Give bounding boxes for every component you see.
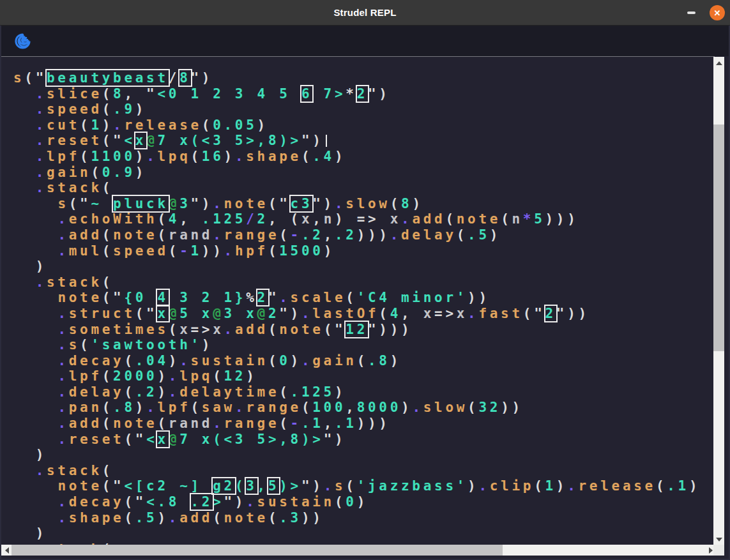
- code-token: note: [224, 510, 268, 526]
- code-token: 1100: [91, 149, 135, 164]
- code-token: 3 x: [224, 306, 257, 321]
- scroll-left-button[interactable]: [2, 545, 11, 556]
- code-line: note("{0 4 3 2 1}%2".scale('C4 minor')): [13, 290, 715, 306]
- code-token: note: [279, 322, 323, 337]
- code-line: note("<[c2 ~] g2(3,5)>").s('jazzbass').c…: [13, 478, 715, 494]
- code-token: .: [113, 117, 124, 133]
- code-token: (": [324, 322, 346, 337]
- code-token: 7>: [312, 86, 346, 102]
- code-token: (": [102, 133, 125, 148]
- code-token: .5: [135, 510, 158, 526]
- active-token-highlight: pluck: [113, 196, 169, 211]
- code-token: ): [13, 259, 47, 274]
- code-token: -: [291, 416, 301, 431]
- code-token: (: [191, 400, 202, 415]
- code-token: [13, 275, 36, 290]
- scroll-up-button[interactable]: [713, 58, 724, 68]
- vertical-scrollbar-thumb[interactable]: [713, 125, 724, 351]
- code-line: .struct("x@5 x@3 x@2").lastOf(4, x=>x.fa…: [13, 306, 715, 322]
- code-token: .1: [667, 478, 689, 494]
- code-line: .reset("<x@7 x(<3 5>,8)>"): [13, 432, 715, 448]
- code-token: sustain: [191, 353, 268, 368]
- code-token: [13, 306, 57, 321]
- code-token: .: [57, 368, 68, 384]
- code-token: echoWith: [69, 211, 158, 227]
- code-token: .: [213, 416, 224, 431]
- horizontal-scrollbar[interactable]: [1, 545, 716, 556]
- code-token: "): [301, 133, 324, 148]
- code-token: x: [390, 211, 401, 227]
- active-token-highlight: 2: [545, 306, 556, 321]
- code-token: .: [36, 102, 47, 117]
- code-token: stack: [47, 275, 102, 290]
- code-token: (: [335, 494, 346, 510]
- code-token: lastOf: [312, 306, 379, 321]
- code-token: "): [368, 86, 390, 102]
- code-line: .pan(.8).lpf(saw.range(100,8000).slow(32…: [13, 400, 715, 416]
- code-token: .: [401, 211, 412, 227]
- code-token: .: [36, 149, 47, 164]
- code-token: lpf: [69, 368, 102, 384]
- active-token-highlight: 2: [257, 290, 268, 305]
- active-token-highlight: 3: [246, 478, 257, 494]
- code-token: -: [179, 243, 190, 259]
- code-editor[interactable]: s("beautybeast/8") .slice(8, "<0 1 2 3 4…: [1, 56, 715, 546]
- code-token: .9: [113, 102, 135, 117]
- code-token: [13, 510, 57, 526]
- code-token: x: [457, 306, 468, 321]
- code-token: (": [102, 290, 125, 305]
- code-token: .: [169, 384, 179, 400]
- strudel-spiral-logo[interactable]: [14, 33, 31, 50]
- close-button[interactable]: ✕: [710, 5, 725, 20]
- code-token: .1: [301, 416, 324, 431]
- code-token: [13, 117, 36, 133]
- code-token: note: [57, 290, 102, 305]
- code-token: [13, 400, 57, 415]
- code-token: ): [490, 227, 501, 243]
- minimize-button[interactable]: [683, 4, 699, 21]
- code-token: struct: [69, 306, 135, 321]
- horizontal-scrollbar-thumb[interactable]: [11, 545, 503, 556]
- code-token: x: [423, 306, 434, 321]
- code-token: (: [102, 463, 113, 478]
- code-token: ): [157, 384, 168, 400]
- code-token: ,: [312, 211, 323, 227]
- code-token: ): [335, 149, 346, 164]
- code-token: .2: [135, 384, 158, 400]
- code-token: fast: [478, 306, 522, 321]
- active-token-highlight: c3: [291, 196, 313, 211]
- code-token: *: [523, 211, 534, 227]
- code-token: <: [146, 432, 157, 447]
- code-token: .: [57, 353, 68, 368]
- active-token-highlight: x: [135, 133, 146, 148]
- code-token: add: [235, 322, 268, 337]
- code-token: ): [324, 243, 335, 259]
- code-token: .1: [335, 416, 357, 431]
- code-token: .: [36, 180, 47, 195]
- code-token: [13, 227, 57, 243]
- active-token-highlight: beautybeast: [47, 70, 169, 86]
- code-token: reset: [47, 133, 102, 148]
- strudel-repl-window: Strudel REPL ✕ s("beautybeast/8") .slice…: [0, 0, 730, 560]
- code-token: "))): [368, 322, 412, 337]
- code-token: ): [246, 368, 257, 384]
- code-token: [13, 337, 57, 352]
- titlebar: Strudel REPL ✕: [0, 0, 730, 26]
- code-token: cut: [47, 117, 80, 133]
- code-token: ,: [346, 400, 356, 415]
- code-token: (: [80, 149, 91, 164]
- code-token: lpq: [179, 368, 213, 384]
- code-token: (: [124, 384, 135, 400]
- code-token: (": [24, 70, 47, 86]
- code-token: 1: [91, 117, 102, 133]
- vertical-scrollbar[interactable]: [713, 57, 724, 546]
- code-token: .4: [312, 149, 335, 164]
- code-token: .: [146, 400, 157, 415]
- code-token: [13, 180, 36, 195]
- code-token: (": [102, 478, 125, 494]
- active-token-highlight: 2: [357, 86, 368, 102]
- code-token: )): [501, 400, 523, 415]
- code-token: ): [335, 384, 346, 400]
- scroll-down-button[interactable]: [713, 534, 724, 545]
- code-token: (: [213, 368, 224, 384]
